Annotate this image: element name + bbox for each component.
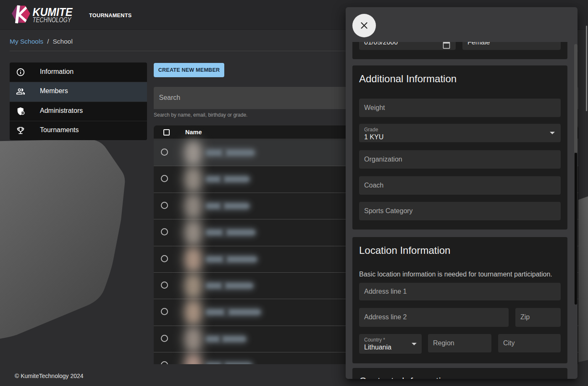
svg-text:TECHNOLOGY: TECHNOLOGY (33, 16, 72, 24)
